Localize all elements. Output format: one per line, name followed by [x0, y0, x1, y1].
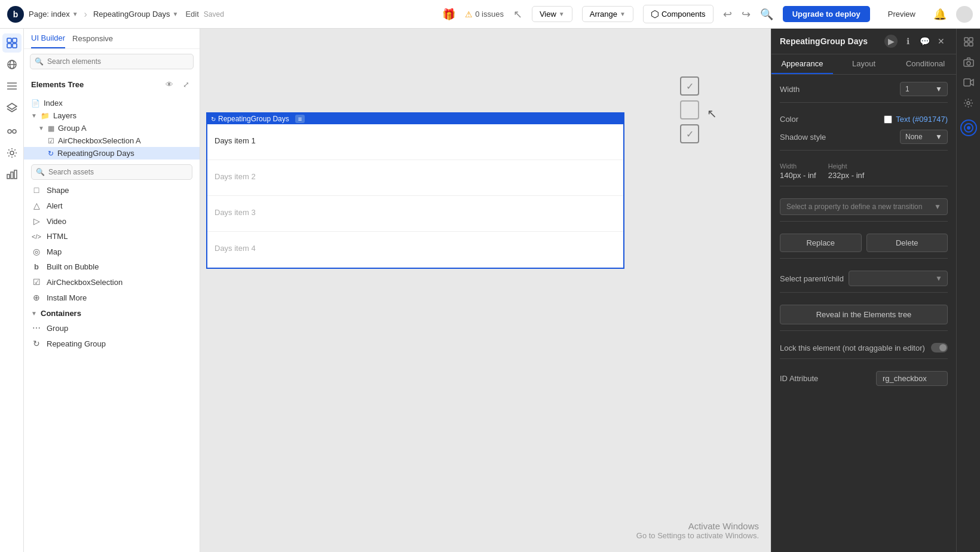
notification-icon[interactable]: 🔔: [933, 8, 947, 21]
issues-indicator[interactable]: ⚠ 0 issues: [465, 10, 504, 19]
styles-icon[interactable]: [2, 122, 22, 141]
tree-item-group-a[interactable]: ▼ ▦ Group A: [24, 122, 200, 134]
redo-icon[interactable]: ↪: [742, 8, 751, 21]
view-button[interactable]: View ▼: [532, 6, 572, 22]
data-icon[interactable]: [2, 55, 22, 74]
checkmark-icon: ✓: [686, 81, 694, 92]
video-record-icon[interactable]: [960, 74, 977, 91]
color-value[interactable]: Text (#091747): [884, 115, 948, 124]
elements-tree-header: Elements Tree 👁 ⤢: [24, 74, 200, 94]
comment-icon[interactable]: 💬: [918, 35, 931, 48]
tree-item-layers[interactable]: ▼ 📁 Layers: [24, 109, 200, 122]
cursor-tool-icon[interactable]: ↖: [513, 8, 522, 21]
canvas-repeating-group[interactable]: ↻ RepeatingGroup Days ≡ Days item 1 Days…: [206, 112, 624, 269]
svg-rect-3: [13, 44, 17, 48]
id-attr-value[interactable]: rg_checkbox: [876, 371, 948, 386]
asset-item-alert[interactable]: △ Alert: [24, 198, 200, 213]
tree-item-layers-label: Layers: [53, 111, 76, 120]
camera-icon[interactable]: [960, 54, 977, 70]
preview-button[interactable]: Preview: [880, 6, 924, 22]
html-icon: </>: [31, 233, 42, 240]
svg-rect-16: [14, 170, 17, 179]
tree-item-index[interactable]: 📄 Index: [24, 97, 200, 109]
shadow-label: Shadow style: [780, 133, 826, 142]
parent-child-select[interactable]: ▼: [849, 271, 948, 286]
grid-icon[interactable]: [960, 33, 977, 50]
dim-height-value: 232px - inf: [828, 171, 865, 180]
containers-expand-icon: ▼: [31, 310, 38, 317]
search-icon[interactable]: 🔍: [760, 8, 773, 21]
bubble-icon: b: [31, 262, 42, 271]
aircheckbox-icon: ☑: [31, 277, 42, 287]
asset-item-bubble[interactable]: b Built on Bubble: [24, 259, 200, 274]
arrange-button[interactable]: Arrange ▼: [582, 6, 633, 22]
panel-content: Width 1 ▼ Color Text (#091747) Shadow st…: [771, 75, 956, 552]
tree-item-aircheckbox[interactable]: ☑ AirCheckboxSelection A: [24, 134, 200, 147]
tab-appearance[interactable]: Appearance: [771, 54, 833, 74]
settings-icon[interactable]: [2, 143, 22, 162]
avatar[interactable]: [956, 6, 973, 23]
containers-header[interactable]: ▼ Containers: [24, 305, 200, 320]
canvas-area[interactable]: ✓ ✓ ↖ ↻ RepeatingGroup Days ≡ Days it: [200, 29, 771, 552]
asset-item-map[interactable]: ◎ Map: [24, 244, 200, 259]
container-item-group[interactable]: ⋯ Group: [24, 320, 200, 336]
separator: ›: [84, 9, 87, 20]
edit-label: Edit: [185, 10, 198, 19]
eye-icon[interactable]: 👁: [163, 78, 176, 91]
expand-icon[interactable]: ⤢: [179, 78, 192, 91]
close-icon[interactable]: ✕: [935, 35, 948, 48]
rg-menu-icon[interactable]: ≡: [295, 115, 305, 123]
ui-builder-icon[interactable]: [2, 33, 22, 53]
cube-icon: ⬡: [651, 8, 659, 20]
layers-folder-icon: 📁: [41, 112, 50, 120]
tab-layout[interactable]: Layout: [833, 54, 895, 74]
svg-marker-10: [7, 103, 17, 109]
svg-point-28: [967, 126, 970, 130]
tab-responsive[interactable]: Responsive: [72, 34, 113, 48]
tab-conditional[interactable]: Conditional: [895, 54, 956, 74]
tree-item-repeatinggroup[interactable]: ↻ RepeatingGroup Days: [24, 147, 200, 160]
page-selector[interactable]: Page: index ▼: [29, 10, 78, 19]
delete-button[interactable]: Delete: [866, 234, 948, 252]
dim-width-label: Width: [780, 162, 816, 170]
transition-select[interactable]: Select a property to define a new transi…: [780, 198, 948, 215]
info-icon[interactable]: ℹ: [901, 35, 914, 48]
svg-rect-19: [964, 38, 968, 41]
assets-search-input[interactable]: [31, 164, 192, 180]
asset-alert-label: Alert: [47, 201, 63, 210]
parent-child-label: Select parent/child: [780, 274, 844, 283]
replace-button[interactable]: Replace: [780, 234, 862, 252]
shadow-select[interactable]: None ▼: [900, 130, 948, 144]
layers-icon[interactable]: [2, 98, 22, 117]
play-icon[interactable]: ▶: [884, 35, 898, 48]
undo-icon[interactable]: ↩: [723, 8, 732, 21]
assets-search-icon: 🔍: [36, 168, 45, 176]
width-label: Width: [780, 85, 800, 94]
tab-ui-builder[interactable]: UI Builder: [31, 33, 65, 48]
list-icon[interactable]: [2, 76, 22, 96]
gift-icon[interactable]: 🎁: [442, 8, 455, 21]
settings-gear-icon[interactable]: [960, 94, 977, 111]
rg-selector[interactable]: RepeatingGroup Days ▼: [93, 10, 179, 19]
asset-item-html[interactable]: </> HTML: [24, 229, 200, 244]
svg-rect-22: [969, 42, 973, 46]
reveal-button[interactable]: Reveal in the Elements tree: [780, 305, 948, 324]
deploy-button[interactable]: Upgrade to deploy: [783, 6, 870, 22]
circle-icon[interactable]: [960, 119, 977, 136]
lock-toggle[interactable]: [931, 343, 948, 352]
install-icon: ⊕: [31, 293, 42, 302]
asset-item-aircheckbox[interactable]: ☑ AirCheckboxSelection: [24, 274, 200, 290]
toggle-knob: [939, 344, 947, 351]
svg-rect-21: [964, 42, 968, 46]
chart-icon[interactable]: [2, 165, 22, 184]
elements-search-input[interactable]: [30, 54, 194, 69]
asset-item-video[interactable]: ▷ Video: [24, 213, 200, 229]
width-select[interactable]: 1 ▼: [900, 82, 948, 96]
svg-rect-0: [7, 38, 11, 42]
container-item-repeating[interactable]: ↻ Repeating Group: [24, 336, 200, 351]
asset-item-shape[interactable]: □ Shape: [24, 182, 200, 198]
svg-rect-2: [7, 44, 11, 48]
components-button[interactable]: ⬡ Components: [643, 5, 713, 23]
asset-item-install[interactable]: ⊕ Install More: [24, 290, 200, 305]
transition-section: Select a property to define a new transi…: [780, 198, 948, 222]
